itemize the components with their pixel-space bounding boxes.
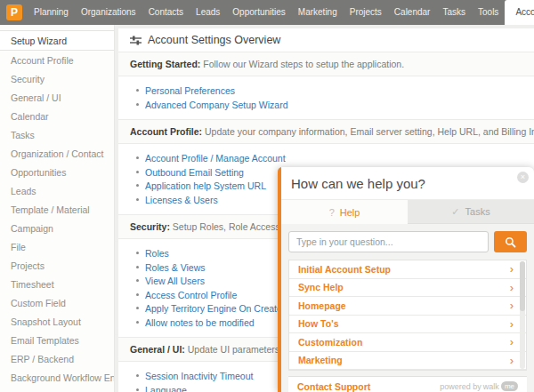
sidebar-item-snapshot-layout[interactable]: Snapshot Layout <box>0 312 114 331</box>
topics-scrollbar-track <box>520 261 525 369</box>
nav-item-leads[interactable]: Leads <box>190 0 226 25</box>
help-widget: How can we help you? × ?Help✓Tasks Initi… <box>278 167 534 392</box>
help-search-input[interactable] <box>288 231 489 252</box>
sidebar-item-email-templates[interactable]: Email Templates <box>0 331 114 349</box>
link-account-profile-manage-account[interactable]: Account Profile / Manage Account <box>145 153 286 164</box>
section-heading-label: Getting Started: <box>130 59 203 69</box>
help-widget-body: Initial Account Setup›Sync Help›Homepage… <box>281 224 534 392</box>
help-widget-header: How can we help you? × <box>281 167 534 199</box>
brand-badge: me <box>501 381 518 391</box>
chevron-right-icon: › <box>510 263 514 275</box>
sidebar-item-setup-wizard[interactable]: Setup Wizard <box>0 30 114 51</box>
nav-item-contacts[interactable]: Contacts <box>142 0 190 25</box>
sidebar-item-organization-contact[interactable]: Organization / Contact <box>0 144 114 163</box>
tab-label: Help <box>340 207 360 218</box>
sidebar-item-template-material[interactable]: Template / Material <box>0 200 114 219</box>
help-search-row <box>288 231 527 252</box>
nav-item-organizations[interactable]: Organizations <box>75 0 142 25</box>
link-personal-preferences[interactable]: Personal Preferences <box>145 85 235 96</box>
list-item: Personal Preferences <box>145 84 534 98</box>
list-item: Advanced Company Setup Wizard <box>145 98 534 112</box>
topic-marketing[interactable]: Marketing› <box>289 352 526 371</box>
sidebar-item-general-ui[interactable]: General / UI <box>0 88 114 107</box>
nav-item-tools[interactable]: Tools <box>472 0 505 25</box>
chevron-right-icon: › <box>510 318 514 330</box>
list-item: Account Profile / Manage Account <box>145 151 534 165</box>
contact-support-link[interactable]: Contact Support <box>297 381 370 392</box>
link-roles[interactable]: Roles <box>145 248 169 259</box>
topic-initial-account-setup[interactable]: Initial Account Setup› <box>289 260 526 279</box>
sidebar-item-background-workflow-engine[interactable]: Background Workflow Engine <box>0 368 114 387</box>
sidebar-item-calendar[interactable]: Calendar <box>0 107 114 125</box>
sidebar-item-projects[interactable]: Projects <box>0 256 114 275</box>
topic-label: How To's <box>298 318 338 329</box>
app-logo: P <box>6 4 22 20</box>
sidebar-item-tasks[interactable]: Tasks <box>0 125 114 144</box>
topic-label: Customization <box>298 337 362 348</box>
section-heading-label: Account Profile: <box>130 126 205 137</box>
topic-label: Sync Help <box>298 282 344 292</box>
link-outbound-email-setting[interactable]: Outbound Email Setting <box>145 167 244 178</box>
chevron-right-icon: › <box>510 355 514 366</box>
nav-item-opportunities[interactable]: Opportunities <box>226 0 291 25</box>
sidebar-item-erp-backend[interactable]: ERP / Backend <box>0 349 114 368</box>
link-allow-notes-to-be-modified[interactable]: Allow notes to be modified <box>145 317 255 328</box>
nav-item-account[interactable]: Account <box>505 0 534 25</box>
tab-label: Tasks <box>465 206 490 217</box>
link-advanced-company-setup-wizard[interactable]: Advanced Company Setup Wizard <box>145 100 288 110</box>
content-header: Account Settings Overview <box>118 28 534 52</box>
topic-label: Marketing <box>298 355 343 365</box>
topic-how-to-s[interactable]: How To's› <box>289 316 526 334</box>
sliders-icon <box>130 36 142 45</box>
help-widget-tabs: ?Help✓Tasks <box>281 199 534 224</box>
nav-items: PlanningOrganizationsContactsLeadsOpport… <box>28 0 534 25</box>
settings-sidebar: Setup WizardAccount ProfileSecurityGener… <box>0 25 115 392</box>
nav-item-calendar[interactable]: Calendar <box>388 0 437 25</box>
sidebar-item-campaign[interactable]: Campaign <box>0 219 114 237</box>
link-view-all-users[interactable]: View All Users <box>145 276 205 286</box>
help-widget-footer: Contact Support powered by walk me <box>288 376 527 392</box>
chevron-right-icon: › <box>510 336 514 348</box>
sidebar-item-account-profile[interactable]: Account Profile <box>0 51 114 69</box>
sidebar-item-leads[interactable]: Leads <box>0 181 114 200</box>
sidebar-item-opportunities[interactable]: Opportunities <box>0 163 114 181</box>
help-tab-icon: ? <box>329 207 335 218</box>
topic-label: Homepage <box>298 300 346 311</box>
link-access-control-profile[interactable]: Access Control Profile <box>145 290 237 300</box>
nav-item-projects[interactable]: Projects <box>344 0 388 25</box>
sidebar-item-security[interactable]: Security <box>0 69 114 88</box>
sidebar-item-file[interactable]: File <box>0 237 114 256</box>
link-roles-views[interactable]: Roles & Views <box>145 262 206 273</box>
link-application-help-system-url[interactable]: Application help System URL <box>145 180 266 191</box>
brand-text: walk <box>483 382 499 391</box>
tab-help[interactable]: ?Help <box>281 200 408 224</box>
chevron-right-icon: › <box>510 282 514 293</box>
tab-tasks[interactable]: ✓Tasks <box>408 200 534 224</box>
link-session-inactivity-timeout[interactable]: Session Inactivity Timeout <box>145 371 253 381</box>
sidebar-item-timesheet[interactable]: Timesheet <box>0 275 114 293</box>
help-topic-list: Initial Account Setup›Sync Help›Homepage… <box>288 260 527 371</box>
link-apply-territory-engine-on-create[interactable]: Apply Territory Engine On Create <box>145 303 282 314</box>
nav-item-planning[interactable]: Planning <box>28 0 75 25</box>
sidebar-item-custom-field[interactable]: Custom Field <box>0 293 114 312</box>
search-button[interactable] <box>494 231 527 252</box>
topic-label: Initial Account Setup <box>298 264 391 275</box>
help-widget-title: How can we help you? <box>291 176 425 191</box>
tasks-tab-icon: ✓ <box>451 206 459 218</box>
topic-homepage[interactable]: Homepage› <box>289 297 526 316</box>
nav-item-tasks[interactable]: Tasks <box>436 0 472 25</box>
close-icon[interactable]: × <box>517 172 529 183</box>
section-description: Follow our Wizard steps to setup the app… <box>203 59 404 69</box>
section-heading-label: General / UI: <box>130 344 188 355</box>
link-licenses-users[interactable]: Licenses & Users <box>145 195 218 205</box>
section-heading-account-profile: Account Profile: Update your company inf… <box>118 119 534 144</box>
topics-scrollbar-thumb[interactable] <box>520 261 525 311</box>
powered-by: powered by walk me <box>440 381 518 391</box>
chevron-right-icon: › <box>510 300 514 311</box>
link-language[interactable]: Language <box>145 385 187 392</box>
topic-customization[interactable]: Customization› <box>289 333 526 352</box>
topic-sync-help[interactable]: Sync Help› <box>289 279 526 298</box>
nav-item-marketing[interactable]: Marketing <box>292 0 344 25</box>
search-icon <box>505 236 516 248</box>
top-nav: P PlanningOrganizationsContactsLeadsOppo… <box>0 0 534 25</box>
